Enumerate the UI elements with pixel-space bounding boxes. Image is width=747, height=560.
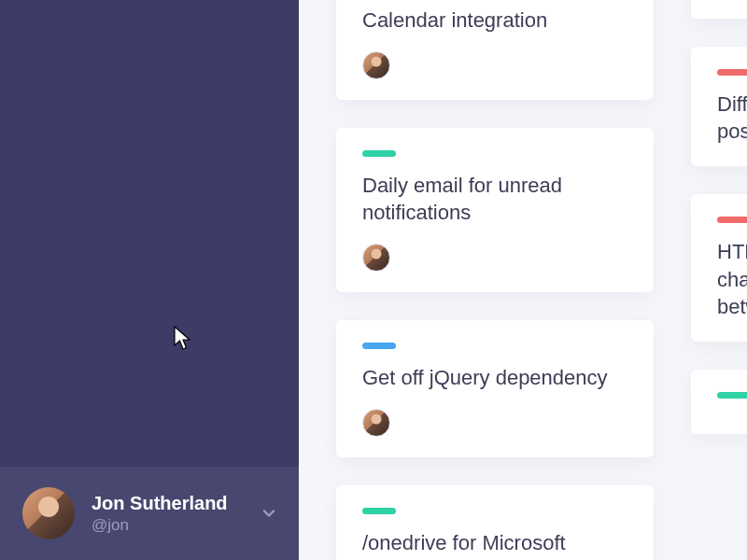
card[interactable]: Diffic posit [691,47,747,166]
board-column: Calendar integration Daily email for unr… [336,0,654,560]
sidebar: Jon Sutherland @jon [0,0,299,560]
card[interactable] [691,370,747,434]
assignee-avatar [362,244,390,272]
tag-indicator [362,150,396,157]
card-title: Get off jQuery dependency [362,364,627,392]
tag-indicator [362,343,396,349]
card[interactable]: files [691,0,747,19]
user-meta: Jon Sutherland @jon [92,493,261,535]
tag-indicator [362,508,396,514]
card[interactable]: HTM chan betw [691,194,747,342]
user-panel[interactable]: Jon Sutherland @jon [0,467,299,560]
tag-indicator [717,69,747,76]
tag-indicator [717,217,747,223]
card-title: Calendar integration [362,7,627,35]
assignee-avatar [362,51,390,79]
avatar [22,487,75,539]
board: Calendar integration Daily email for unr… [299,0,747,560]
card-title: Daily email for unread notifications [362,172,627,227]
card-title: HTM chan betw [717,238,747,321]
card[interactable]: Get off jQuery dependency [336,320,654,457]
tag-indicator [717,392,747,399]
card-title: /onedrive for Microsoft [362,529,627,557]
card[interactable]: /onedrive for Microsoft [336,485,654,560]
card[interactable]: Daily email for unread notifications [336,128,654,292]
user-handle: @jon [92,516,261,535]
card-title: Diffic posit [717,91,747,146]
assignee-avatar [362,409,390,437]
board-column: files Diffic posit HTM chan betw [691,0,747,560]
card[interactable]: Calendar integration [336,0,654,100]
chevron-down-icon[interactable] [261,506,276,521]
user-name: Jon Sutherland [92,493,261,514]
